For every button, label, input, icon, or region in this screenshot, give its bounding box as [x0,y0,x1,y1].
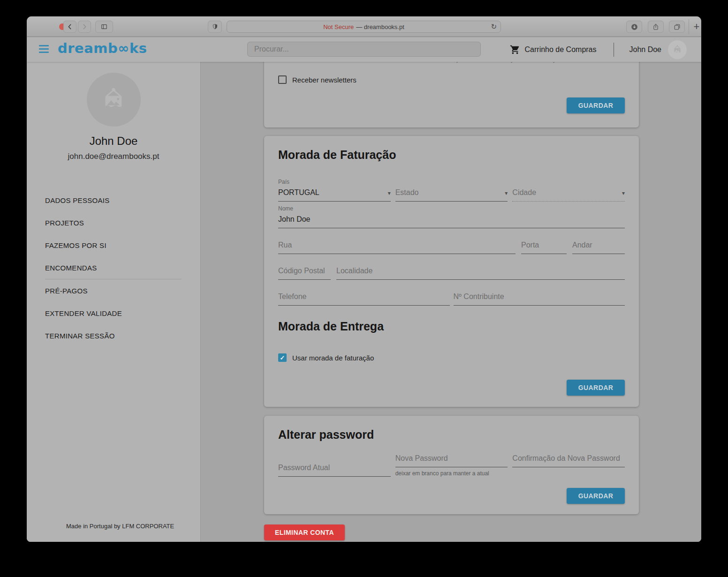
made-in-footer: Made in Portugal by LFM CORPORATE [66,523,174,530]
confirm-password-field[interactable]: Confirmação da Nova Password [512,454,625,467]
sidebar-item-dados-pessoais[interactable]: DADOS PESSOAIS [27,189,200,211]
newsletter-label: Receber newsletters [292,76,356,84]
personal-data-card: para envio de notificações e comunicaçõe… [264,62,639,127]
sidebar-item-projetos[interactable]: PROJETOS [27,211,200,234]
password-title: Alterar password [278,428,625,442]
chevron-down-icon: ▾ [622,189,625,197]
new-password-placeholder: Nova Password [395,454,448,463]
sidebar-menu: DADOS PESSOAIS PROJETOS FAZEMOS POR SI E… [27,189,200,347]
tax-id-field[interactable]: Nº Contribuinte [454,292,625,306]
save-address-button[interactable]: GUARDAR [567,380,625,396]
tab-overview-button[interactable] [669,21,685,33]
shield-icon [212,23,219,30]
postal-row: Código Postal Localidade [278,266,625,280]
menu-icon[interactable] [39,45,49,53]
sidebar-panel-icon [100,23,108,30]
new-password-hint: deixar em branco para manter a atual [395,470,508,477]
forward-button[interactable] [78,21,91,33]
name-value: John Doe [278,215,311,224]
search-input[interactable] [247,42,481,57]
share-button[interactable] [648,21,664,33]
cart-button[interactable]: Carrinho de Compras [510,45,597,55]
header-user-name[interactable]: John Doe [629,45,662,54]
state-placeholder: Estado [395,188,419,197]
change-password-card: Alterar password Password Atual Nova Pas… [264,416,639,514]
header-avatar[interactable] [668,40,687,59]
current-password-field[interactable]: Password Atual [278,454,391,477]
name-field[interactable]: Nome John Doe [278,205,625,228]
sidebar-item-extender-validade[interactable]: EXTENDER VALIDADE [27,302,200,324]
notifications-hint: para envio de notificações e comunicaçõe… [456,62,564,63]
country-state-city-row: País PORTUGAL ▾ Estado ▾ [278,179,625,202]
save-personal-button[interactable]: GUARDAR [567,97,625,113]
street-field[interactable]: Rua [278,240,516,254]
share-icon [652,23,660,31]
privacy-shield-button[interactable] [208,21,222,33]
city-field: Cidade ▾ [512,179,625,202]
state-field[interactable]: Estado ▾ [395,179,508,202]
url-text: — dreambooks.pt [356,23,404,30]
chevron-right-icon [81,23,88,30]
sidebar-item-encomendas[interactable]: ENCOMENDAS [27,256,200,279]
use-billing-checkbox-row[interactable]: ✓ Usar morada de faturação [278,353,625,362]
chevron-left-icon [66,23,74,30]
postal-code-placeholder: Código Postal [278,267,325,275]
screen: Not Secure — dreambooks.pt ↻ [0,0,728,577]
cart-label: Carrinho de Compras [525,45,597,54]
billing-address-card: Morada de Faturação País PORTUGAL ▾ Esta… [264,136,639,407]
name-label: Nome [278,205,625,212]
sidebar-toggle-button[interactable] [95,21,113,33]
dreambooks-logo[interactable]: dreamb∞ks [58,40,147,56]
shopping-cart-icon [510,45,520,55]
tax-id-placeholder: Nº Contribuinte [454,292,504,301]
main-content: para envio de notificações e comunicaçõe… [201,62,701,542]
sidebar-item-fazemos-por-si[interactable]: FAZEMOS POR SI [27,234,200,256]
phone-row: Telefone Nº Contribuinte [278,292,625,306]
use-billing-checkbox[interactable]: ✓ [278,353,287,362]
picture-frame-icon [100,86,127,113]
confirm-password-placeholder: Confirmação da Nova Password [512,454,620,463]
downloads-button[interactable] [626,21,642,33]
floor-field[interactable]: Andar [572,240,625,254]
floor-placeholder: Andar [572,241,592,249]
new-password-field[interactable]: Nova Password deixar em branco para mant… [395,454,508,477]
security-status: Not Secure [323,23,354,30]
header-divider [614,43,614,57]
locality-placeholder: Localidade [336,267,372,275]
browser-window: Not Secure — dreambooks.pt ↻ [27,16,701,542]
delete-account-button[interactable]: ELIMINAR CONTA [264,525,345,540]
door-placeholder: Porta [521,241,539,249]
profile-name: John Doe [27,135,200,148]
page-body: John Doe john.doe@dreambooks.pt DADOS PE… [27,62,701,542]
door-field[interactable]: Porta [521,240,567,254]
reload-icon[interactable]: ↻ [491,22,497,31]
newsletter-checkbox[interactable] [278,75,287,84]
country-label: País [278,179,391,185]
account-sidebar: John Doe john.doe@dreambooks.pt DADOS PE… [27,62,201,542]
download-icon [630,23,638,31]
shipping-title: Morada de Entrega [278,320,625,333]
app-header: dreamb∞ks Carrinho de Compras John Doe [27,37,701,62]
newsletter-checkbox-row[interactable]: Receber newsletters [278,75,356,84]
back-button[interactable] [63,21,76,33]
locality-field[interactable]: Localidade [336,266,625,280]
city-placeholder: Cidade [512,188,536,197]
tabs-icon [673,23,681,31]
phone-placeholder: Telefone [278,292,307,301]
postal-code-field[interactable]: Código Postal [278,266,331,280]
new-tab-button[interactable]: + [691,19,701,34]
sidebar-item-pre-pagos[interactable]: PRÉ-PAGOS [27,279,200,302]
chevron-down-icon: ▾ [388,189,391,197]
phone-field[interactable]: Telefone [278,292,450,306]
country-value: PORTUGAL [278,188,319,197]
street-row: Rua Porta Andar [278,240,625,254]
billing-title: Morada de Faturação [278,148,625,162]
profile-email: john.doe@dreambooks.pt [27,152,200,161]
use-billing-label: Usar morada de faturação [292,354,374,362]
address-bar[interactable]: Not Secure — dreambooks.pt ↻ [227,21,501,33]
country-field[interactable]: País PORTUGAL ▾ [278,179,391,202]
current-password-placeholder: Password Atual [278,464,330,472]
sidebar-item-terminar-sessao[interactable]: TERMINAR SESSÃO [27,324,200,347]
profile-avatar[interactable] [87,73,141,127]
save-password-button[interactable]: GUARDAR [567,488,625,504]
